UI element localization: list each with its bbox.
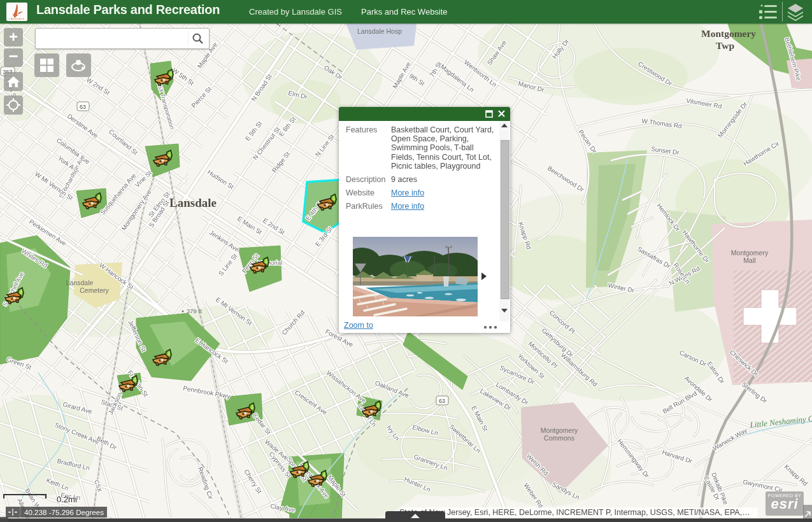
- svg-text:Twp: Twp: [716, 40, 734, 51]
- svg-text:Lansdale: Lansdale: [169, 196, 217, 209]
- svg-text:63: 63: [439, 398, 445, 404]
- svg-text:Montgomery: Montgomery: [541, 427, 578, 434]
- svg-text:Lansdale: Lansdale: [66, 279, 94, 286]
- svg-text:LANSDALE: LANSDALE: [9, 18, 24, 20]
- svg-text:Montgomery: Montgomery: [701, 28, 756, 39]
- svg-text:Mall: Mall: [743, 257, 755, 264]
- svg-text:Cemetery: Cemetery: [80, 286, 109, 294]
- svg-text:Montgomery: Montgomery: [731, 249, 769, 257]
- svg-text:Commons: Commons: [544, 434, 574, 442]
- svg-text:Lansdale Hosp: Lansdale Hosp: [357, 27, 402, 35]
- svg-text:0.2mi: 0.2mi: [57, 495, 77, 504]
- svg-text:379 ft: 379 ft: [187, 307, 202, 314]
- svg-text:63: 63: [80, 104, 86, 110]
